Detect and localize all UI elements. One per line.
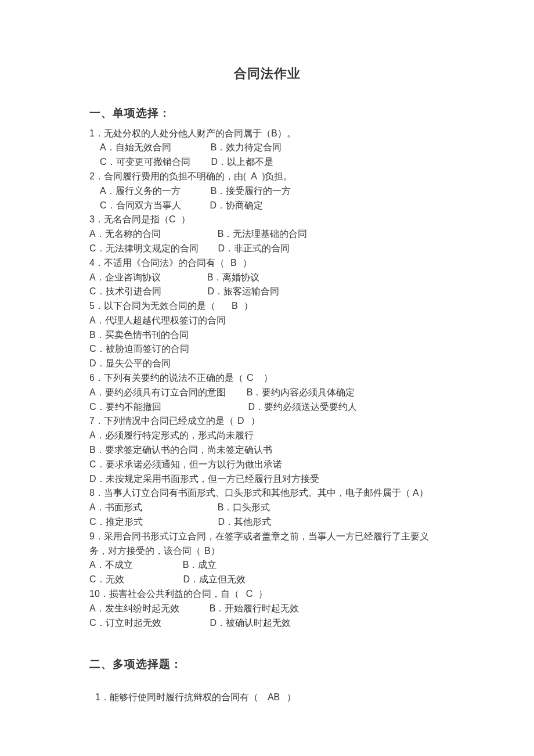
question-prompt: 7．下列情况中合同已经成立的是（D） — [89, 414, 445, 429]
option-line: A．企业咨询协议B．离婚协议 — [89, 271, 445, 285]
option-line: A．要约必须具有订立合同的意图B．要约内容必须具体确定 — [89, 386, 445, 400]
question-4: 4．不适用《合同法》的合同有（B）A．企业咨询协议B．离婚协议C．技术引进合同D… — [89, 256, 445, 299]
ms-question-1: 1．能够行使同时履行抗辩权的合同有（AB） — [89, 690, 445, 705]
question-6: 6．下列有关要约的说法不正确的是（C）A．要约必须具有订立合同的意图B．要约内容… — [89, 371, 445, 414]
section-2-body: 1．能够行使同时履行抗辩权的合同有（AB） — [89, 690, 445, 705]
option-line: A．无名称的合同B．无法理基础的合同 — [89, 227, 445, 242]
question-8: 8．当事人订立合同有书面形式、口头形式和其他形式。其中，电子邮件属于（A）A．书… — [89, 486, 445, 529]
option-line: C．要约不能撤回D．要约必须送达受要约人 — [89, 400, 445, 415]
question-2: 2．合同履行费用的负担不明确的，由(A)负担。A．履行义务的一方B．接受履行的一… — [89, 170, 445, 213]
option-line: A．不成立B．成立 — [89, 558, 445, 573]
question-prompt: 2．合同履行费用的负担不明确的，由(A)负担。 — [89, 170, 445, 184]
option-line: C．订立时起无效D．被确认时起无效 — [89, 616, 445, 631]
option-line: A．书面形式B．口头形式 — [89, 501, 445, 515]
option-line: A．履行义务的一方B．接受履行的一方 — [89, 184, 445, 199]
question-1: 1．无处分权的人处分他人财产的合同属于（B）。A．自始无效合同B．效力待定合同C… — [89, 127, 445, 170]
question-prompt: 1．无处分权的人处分他人财产的合同属于（B）。 — [89, 127, 445, 141]
option-line: B．要求签定确认书的合同，尚未签定确认书 — [89, 443, 445, 458]
section-1-body: 1．无处分权的人处分他人财产的合同属于（B）。A．自始无效合同B．效力待定合同C… — [89, 127, 445, 631]
question-prompt: 5．以下合同为无效合同的是（B） — [89, 299, 445, 314]
option-line: C．合同双方当事人D．协商确定 — [89, 199, 445, 213]
question-prompt: 3．无名合同是指（C） — [89, 213, 445, 227]
option-line: C．技术引进合同D．旅客运输合同 — [89, 285, 445, 299]
question-prompt: 8．当事人订立合同有书面形式、口头形式和其他形式。其中，电子邮件属于（A） — [89, 486, 445, 501]
question-5: 5．以下合同为无效合同的是（B）A．代理人超越代理权签订的合同B．买卖色情书刊的… — [89, 299, 445, 371]
option-line: C．要求承诺必须通知，但一方以行为做出承诺 — [89, 458, 445, 472]
question-prompt: 4．不适用《合同法》的合同有（B） — [89, 256, 445, 271]
option-line: C．可变更可撤销合同D．以上都不是 — [89, 155, 445, 170]
option-line: C．无法律明文规定的合同D．非正式的合同 — [89, 242, 445, 256]
document-page: 合同法作业 一、单项选择： 1．无处分权的人处分他人财产的合同属于（B）。A．自… — [0, 0, 534, 756]
question-prompt: 9．采用合同书形式订立合同，在签字或者盖章之前，当事人一方已经履行了主要义务，对… — [89, 530, 445, 559]
question-prompt: 1．能够行使同时履行抗辩权的合同有（AB） — [95, 690, 445, 705]
question-prompt: 6．下列有关要约的说法不正确的是（C） — [89, 371, 445, 386]
section-2-heading: 二、多项选择题： — [89, 656, 445, 672]
option-line: C．被胁迫而签订的合同 — [89, 342, 445, 357]
option-line: B．买卖色情书刊的合同 — [89, 328, 445, 343]
question-3: 3．无名合同是指（C）A．无名称的合同B．无法理基础的合同C．无法律明文规定的合… — [89, 213, 445, 255]
document-title: 合同法作业 — [89, 64, 445, 84]
question-9: 9．采用合同书形式订立合同，在签字或者盖章之前，当事人一方已经履行了主要义务，对… — [89, 530, 445, 587]
option-line: A．必须履行特定形式的，形式尚未履行 — [89, 429, 445, 443]
option-line: A．自始无效合同B．效力待定合同 — [89, 141, 445, 155]
section-1-heading: 一、单项选择： — [89, 105, 445, 121]
option-line: D．未按规定采用书面形式，但一方已经履行且对方接受 — [89, 472, 445, 487]
option-line: C．无效D．成立但无效 — [89, 573, 445, 587]
option-line: D．显失公平的合同 — [89, 357, 445, 371]
option-line: A．发生纠纷时起无效B．开始履行时起无效 — [89, 602, 445, 616]
option-line: A．代理人超越代理权签订的合同 — [89, 314, 445, 328]
question-prompt: 10．损害社会公共利益的合同，自（C） — [89, 587, 445, 602]
question-10: 10．损害社会公共利益的合同，自（C）A．发生纠纷时起无效B．开始履行时起无效C… — [89, 587, 445, 630]
option-line: C．推定形式D．其他形式 — [89, 515, 445, 530]
question-7: 7．下列情况中合同已经成立的是（D）A．必须履行特定形式的，形式尚未履行B．要求… — [89, 414, 445, 486]
